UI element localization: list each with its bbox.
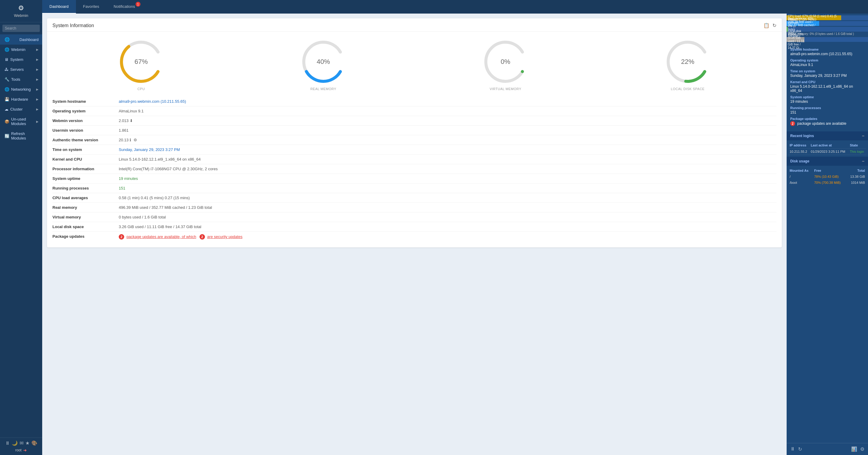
disk-col-free: Free [813, 167, 846, 173]
hostname-link[interactable]: alma9-pro.webmin.com (10.211.55.65) [119, 99, 186, 104]
collapse-disk-icon: − [862, 159, 864, 164]
copy-button[interactable]: 📋 [764, 23, 770, 28]
sidebar-user-label: root [16, 448, 22, 452]
sidebar-item-label: Hardware [11, 97, 28, 102]
running-procs-link[interactable]: 151 [119, 186, 125, 190]
tools-icon: 🔧 [4, 77, 9, 82]
sidebar-item-system[interactable]: 🖥 System ▶ [0, 55, 42, 64]
tab-dashboard-label: Dashboard [50, 4, 69, 9]
sidebar-item-dashboard[interactable]: 🌐 Dashboard [0, 34, 42, 44]
system-icon: 🖥 [4, 57, 8, 62]
right-panel: CPU load: 67% (0.58 (1 min) 0.41 (5 mins… [786, 13, 868, 455]
gauge-virtual-memory: 0% VIRTUAL MEMORY [481, 38, 530, 91]
mail-icon[interactable]: ✉ [20, 440, 24, 446]
logins-table: IP address Last active at State 10.211.5… [788, 142, 866, 155]
star-icon[interactable]: ★ [25, 440, 30, 446]
pause-icon[interactable]: ⏸ [5, 441, 10, 446]
security-updates-link[interactable]: are security updates [207, 234, 242, 239]
right-uptime-value: 19 minutes [790, 99, 864, 104]
settings-icon[interactable]: ⚙ [133, 138, 137, 142]
collapse-icon: − [862, 133, 864, 138]
pause-right-icon[interactable]: ⏸ [790, 446, 795, 452]
servers-icon: 🖧 [4, 67, 8, 72]
content-split: System Information 📋 ↻ [42, 13, 868, 455]
sidebar-item-networking[interactable]: 🌐 Networking ▶ [0, 85, 42, 94]
info-val-uptime: 19 minutes [119, 176, 138, 181]
info-row-usermin-version: Usermin version 1.861 [53, 126, 776, 135]
chevron-right-icon: ▶ [36, 78, 38, 81]
sidebar-item-tools[interactable]: 🔧 Tools ▶ [0, 74, 42, 85]
logins-col-last: Last active at [809, 142, 849, 149]
info-icon[interactable]: ℹ [130, 138, 131, 142]
main-area: Dashboard Favorites Notifications 1 Syst… [42, 0, 868, 455]
info-val-cpu-load: 0.58 (1 min) 0.41 (5 mins) 0.27 (15 mins… [119, 196, 190, 200]
info-row-time: Time on system Sunday, January 29, 2023 … [53, 145, 776, 155]
info-val-virtual-memory: 0 bytes used / 1.6 GiB total [119, 215, 166, 219]
sidebar-item-refresh-modules[interactable]: 🔄 Refresh Modules [0, 129, 42, 143]
refresh-button[interactable]: ↻ [772, 23, 776, 28]
card-actions: 📋 ↻ [764, 23, 776, 28]
sidebar-item-label: Networking [11, 87, 31, 92]
info-key-packages: Package updates [53, 234, 119, 239]
right-pkg-value: 2 package updates are available [790, 121, 864, 126]
progress-disk-fill: Local disk space: 22% (3.26 GiB used / 1… [786, 37, 804, 42]
info-row-webmin-version: Webmin version 2.013 ⬇ [53, 116, 776, 126]
right-info-section: System hostname alma9-pro.webmin.com (10… [786, 44, 868, 131]
disk-usage-label: Disk usage [790, 159, 809, 163]
gauge-cpu-container: 67% [117, 38, 165, 86]
paint-icon[interactable]: 🎨 [31, 440, 37, 446]
sidebar-item-webmin[interactable]: 🌐 Webmin ▶ [0, 44, 42, 55]
login-state: This login [849, 149, 866, 155]
webmin-icon: 🌐 [4, 47, 9, 52]
sidebar-item-unused-modules[interactable]: 📦 Un-used Modules ▶ [0, 114, 42, 129]
top-nav: Dashboard Favorites Notifications 1 [42, 0, 868, 13]
info-key-time: Time on system [53, 148, 119, 152]
pkg-badge: 2 [790, 121, 795, 126]
info-key-hostname: System hostname [53, 99, 119, 104]
gauge-cpu-label: CPU [137, 87, 145, 91]
disk-mount-boot: /boot [788, 180, 813, 186]
tab-dashboard[interactable]: Dashboard [42, 0, 76, 13]
sidebar-item-label: Tools [11, 77, 20, 82]
info-key-os: Operating system [53, 109, 119, 113]
settings-right-icon[interactable]: ⚙ [860, 446, 864, 452]
card-header: System Information 📋 ↻ [47, 19, 782, 32]
logout-icon[interactable]: ➜ [23, 448, 27, 453]
tab-favorites[interactable]: Favorites [76, 0, 106, 13]
disk-free-boot: 70% (700.38 MiB) [813, 180, 846, 186]
packages-link[interactable]: package updates are available, of which [127, 234, 196, 239]
recent-logins-header[interactable]: Recent logins − [786, 131, 868, 140]
info-row-cpu-load: CPU load averages 0.58 (1 min) 0.41 (5 m… [53, 193, 776, 203]
right-os-label: Operating system [790, 59, 864, 62]
uptime-link[interactable]: 19 minutes [119, 176, 138, 181]
sidebar-logo: ⚙ Webmin [0, 0, 42, 22]
notifications-badge: 1 [135, 2, 141, 7]
search-input[interactable] [2, 25, 40, 32]
activity-icon[interactable]: 📊 [851, 446, 857, 452]
dashboard-panel: System Information 📋 ↻ [42, 13, 786, 455]
sidebar-item-hardware[interactable]: 💾 Hardware ▶ [0, 94, 42, 104]
gauge-vmem-container: 0% [481, 38, 530, 86]
sidebar-item-label: Refresh Modules [11, 131, 38, 140]
right-uptime-label: System uptime [790, 95, 864, 99]
sidebar-bottom: ⏸ 🌙 ✉ ★ 🎨 root ➜ [0, 437, 42, 455]
disk-usage-header[interactable]: Disk usage − [786, 157, 868, 166]
refresh-right-icon[interactable]: ↻ [798, 446, 802, 452]
sidebar-item-cluster[interactable]: ☁ Cluster ▶ [0, 104, 42, 114]
gauge-disk-container: 22% [664, 38, 712, 86]
chevron-right-icon: ▶ [36, 48, 38, 51]
info-row-disk-space: Local disk space 3.26 GiB used / 11.11 G… [53, 222, 776, 232]
gauge-cpu: 67% CPU [117, 38, 165, 91]
webmin-logo-icon: ⚙ [18, 4, 24, 12]
chevron-right-icon: ▶ [36, 68, 38, 71]
moon-icon[interactable]: 🌙 [12, 440, 18, 446]
time-link[interactable]: Sunday, January 29, 2023 3:27 PM [119, 148, 180, 152]
sidebar-item-servers[interactable]: 🖧 Servers ▶ [0, 64, 42, 74]
gauge-disk-label: LOCAL DISK SPACE [671, 87, 705, 91]
download-icon[interactable]: ⬇ [130, 119, 133, 123]
info-key-real-memory: Real memory [53, 205, 119, 210]
tab-notifications[interactable]: Notifications 1 [106, 0, 142, 13]
disk-total-boot: 1014 MiB [846, 180, 866, 186]
chevron-right-icon: ▶ [36, 88, 38, 91]
right-time-value: Sunday, January 29, 2023 3:27 PM [790, 73, 864, 78]
